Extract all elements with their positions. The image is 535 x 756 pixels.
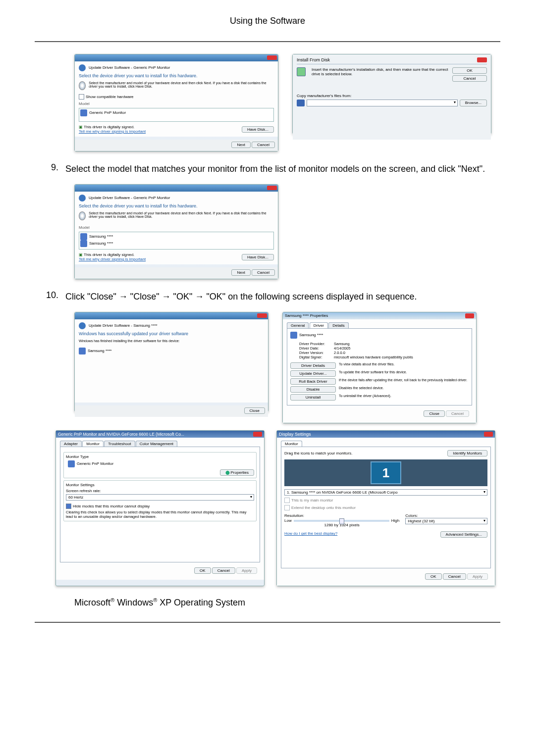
checkbox[interactable] — [79, 94, 84, 100]
close-button[interactable]: Close — [244, 407, 265, 414]
cancel-button[interactable]: Cancel — [452, 75, 487, 82]
colors-dropdown[interactable]: Highest (32 bit) — [405, 518, 487, 524]
rollback-button[interactable]: Roll Back Driver — [290, 378, 336, 385]
list-item[interactable]: Samsung **** — [89, 241, 113, 246]
tab-details[interactable]: Details — [328, 322, 348, 328]
device-name: Samsung **** — [88, 349, 111, 353]
step-text: Select the model that matches your monit… — [65, 162, 500, 175]
close-icon[interactable] — [465, 313, 474, 318]
list-item[interactable]: Generic PnP Monitor — [89, 110, 126, 115]
apply-button: Apply — [467, 573, 488, 580]
monitor-select-dropdown[interactable]: 1. Samsung **** on NVIDIA GeForce 6600 L… — [284, 489, 487, 496]
slider-low-label: Low — [284, 518, 292, 523]
back-icon[interactable] — [79, 64, 86, 71]
desc: If the device fails after updating the d… — [339, 378, 467, 385]
tab-troubleshoot[interactable]: Troubleshoot — [104, 441, 135, 447]
why-link[interactable]: Tell me why driver signing is important — [79, 257, 146, 261]
monitor-icon — [68, 460, 75, 467]
next-button[interactable]: Next — [231, 142, 250, 148]
drag-label: Drag the icons to match your monitors. — [284, 451, 352, 455]
back-icon[interactable] — [79, 322, 86, 329]
disable-button[interactable]: Disable — [290, 386, 336, 393]
copy-label: Copy manufacturer's files from: — [297, 94, 487, 98]
have-disk-button[interactable]: Have Disk... — [242, 254, 274, 260]
identify-button[interactable]: Identify Monitors — [447, 450, 487, 456]
tab-monitor[interactable]: Monitor — [82, 441, 104, 447]
tab-monitor[interactable]: Monitor — [281, 441, 302, 447]
update-driver-button[interactable]: Update Driver... — [290, 370, 336, 377]
window-monitor-properties: Samsung **** Properties General Driver D… — [282, 312, 477, 423]
heading: Select the device driver you want to ins… — [79, 73, 274, 78]
close-icon[interactable] — [267, 186, 277, 190]
browse-button[interactable]: Browse... — [460, 100, 487, 106]
close-icon[interactable] — [253, 432, 262, 437]
value: 2.0.0.0 — [334, 351, 345, 355]
close-icon[interactable] — [477, 57, 487, 62]
window-update-driver-a: Update Driver Software - Generic PnP Mon… — [74, 54, 278, 151]
col-header: Model — [79, 225, 274, 230]
apply-button: Apply — [236, 567, 257, 574]
cancel-button[interactable]: Cancel — [252, 269, 275, 276]
uninstall-button[interactable]: Uninstall — [290, 394, 336, 401]
advanced-button[interactable]: Advanced Settings... — [440, 531, 487, 538]
list-item[interactable]: Samsung **** — [89, 234, 113, 239]
monitor-icon — [80, 109, 87, 116]
cancel-button: Cancel — [446, 410, 469, 417]
properties-button[interactable]: ⬤Properties — [220, 469, 254, 476]
cancel-button[interactable]: Cancel — [443, 573, 466, 580]
best-display-link[interactable]: How do I get the best display? — [284, 531, 337, 538]
desc: To view details about the driver files. — [339, 362, 394, 369]
why-link[interactable]: Tell me why driver signing is important — [79, 129, 146, 134]
cancel-button[interactable]: Cancel — [252, 142, 275, 148]
page-title: Using the Software — [35, 16, 500, 26]
footer-line: Microsoft® Windows® XP Operating System — [74, 597, 500, 608]
tab-colormgmt[interactable]: Color Management — [136, 441, 177, 447]
col-header: Model — [79, 101, 274, 106]
monitor-icon — [79, 348, 86, 354]
driver-details-button[interactable]: Driver Details — [290, 362, 336, 369]
ok-button[interactable]: OK — [452, 67, 487, 74]
monitor-arrangement[interactable]: 1 — [284, 459, 487, 486]
desc: Disables the selected device. — [339, 386, 384, 393]
checkbox[interactable] — [66, 504, 71, 509]
have-disk-button[interactable]: Have Disk... — [242, 126, 274, 133]
window-title: Update Driver Software - Generic PnP Mon… — [89, 196, 170, 200]
hide-modes-desc: Clearing this check box allows you to se… — [66, 510, 254, 519]
close-icon[interactable] — [267, 55, 277, 60]
path-dropdown[interactable] — [307, 100, 458, 106]
window-title: Samsung **** Properties — [285, 313, 328, 318]
signed-label: This driver is digitally signed. — [84, 252, 134, 257]
heading: Select the device driver you want to ins… — [79, 203, 274, 208]
back-icon[interactable] — [79, 195, 86, 202]
slider-high-label: High — [391, 518, 399, 523]
model-list[interactable]: Samsung **** Samsung **** — [79, 232, 274, 250]
disc-icon — [79, 81, 86, 90]
model-list[interactable]: Generic PnP Monitor — [79, 108, 274, 122]
checkbox — [284, 498, 290, 503]
refresh-dropdown[interactable]: 60 Hertz — [66, 494, 254, 501]
colors-label: Colors: — [405, 513, 487, 518]
value: Samsung — [334, 342, 350, 346]
value: 4/14/2005 — [334, 346, 350, 351]
tab-driver[interactable]: Driver — [310, 322, 328, 328]
close-icon[interactable] — [484, 432, 493, 437]
device-name: Samsung **** — [299, 333, 323, 337]
ok-button[interactable]: OK — [194, 567, 211, 574]
tab-adapter[interactable]: Adapter — [60, 441, 82, 447]
close-icon[interactable] — [257, 313, 267, 318]
label: Digital Signer: — [299, 355, 334, 359]
resolution-slider[interactable] — [294, 520, 389, 522]
ok-button[interactable]: OK — [425, 573, 442, 580]
label: Driver Provider: — [299, 342, 334, 346]
close-button[interactable]: Close — [424, 410, 444, 417]
cancel-button[interactable]: Cancel — [212, 567, 235, 574]
divider-top — [35, 41, 500, 42]
window-title: Update Driver Software - Generic PnP Mon… — [89, 65, 170, 70]
monitor-icon — [80, 240, 87, 247]
subtext: Select the manufacturer and model of you… — [89, 81, 274, 90]
monitor-1-icon[interactable]: 1 — [371, 461, 401, 484]
next-button[interactable]: Next — [231, 269, 250, 276]
refresh-label: Screen refresh rate: — [66, 489, 254, 493]
tab-general[interactable]: General — [287, 322, 309, 328]
main-label: This is my main monitor — [291, 498, 333, 503]
